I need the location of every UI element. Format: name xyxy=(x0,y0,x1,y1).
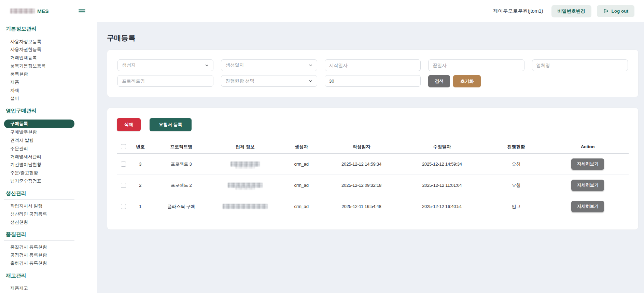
change-password-button[interactable]: 비밀번호변경 xyxy=(551,5,591,17)
row-checkbox[interactable] xyxy=(121,183,126,188)
col-creator: 생성자 xyxy=(278,144,324,150)
sidebar-item-shipping-inspection[interactable]: 출하검사 등록현황 xyxy=(4,260,74,268)
sidebar-item-quality-inspection[interactable]: 품질검사 등록현황 xyxy=(4,243,74,251)
table-row: 2 프로젝트 2 crm_ad 2025-12-12 09:32:18 2025… xyxy=(117,175,629,196)
main-content: 구매등록 생성자 생성일자 진행현황 선택 xyxy=(97,22,644,293)
start-date-input[interactable] xyxy=(325,59,421,71)
header-user-area: 제이투모로우원(jtom1) 비밀번호변경 Log out xyxy=(97,0,644,22)
sidebar-item-purchase-register[interactable]: 구매등록 xyxy=(4,120,74,128)
creator-select-value: 생성자 xyxy=(122,62,136,68)
logout-icon xyxy=(603,8,609,14)
page-title: 구매등록 xyxy=(107,33,639,43)
sidebar-item-production-status[interactable]: 생산현황 xyxy=(4,218,74,226)
cell-updated-date: 2025-12-12 11:01:04 xyxy=(398,183,486,188)
logo-text: MES xyxy=(37,8,49,14)
sidebar-item-item-status[interactable]: 품목현황 xyxy=(4,70,74,78)
cell-project-name: 플라스틱 구매 xyxy=(151,204,212,210)
reset-button[interactable]: 초기화 xyxy=(453,75,481,87)
sidebar-item-vendor-register[interactable]: 거래업체등록 xyxy=(4,54,74,62)
logged-in-user: 제이투모로우원(jtom1) xyxy=(493,8,543,14)
sidebar-item-order-management[interactable]: 주문관리 xyxy=(4,144,74,153)
sidebar-item-order-shipment-status[interactable]: 주문/출고현황 xyxy=(4,169,74,177)
sidebar-item-work-order-issue[interactable]: 작업지시서 발행 xyxy=(4,202,74,210)
cell-project-name: 프로젝트 3 xyxy=(151,161,212,167)
cell-created-date: 2025-12-12 09:32:18 xyxy=(324,183,398,188)
detail-view-button[interactable]: 자세히보기 xyxy=(571,158,604,170)
creator-select[interactable]: 생성자 xyxy=(117,59,213,71)
logo-blurred-image xyxy=(10,9,35,14)
purchase-table: 번호 프로젝트명 업체 정보 생성자 작성일자 수정일자 진행현황 Action… xyxy=(117,140,629,217)
row-checkbox[interactable] xyxy=(121,162,126,167)
sidebar-section-inventory: 재고관리 xyxy=(6,273,74,279)
cell-creator: crm_ad xyxy=(278,162,324,167)
col-company-info: 업체 정보 xyxy=(212,144,279,150)
cell-number: 3 xyxy=(130,162,151,167)
divider xyxy=(4,35,74,35)
cell-progress: 요청 xyxy=(486,182,547,189)
end-date-input[interactable] xyxy=(428,59,524,71)
cell-updated-date: 2025-12-12 14:59:34 xyxy=(398,162,486,167)
cell-company-info xyxy=(212,162,279,167)
sidebar-section-basic-info: 기본정보관리 xyxy=(6,26,74,32)
sidebar-nav: 기본정보관리 사용자정보등록 사용자권한등록 거래업체등록 품목기본정보등록 품… xyxy=(0,22,97,293)
row-limit-input[interactable] xyxy=(325,75,421,87)
sidebar-item-transaction-statement[interactable]: 거래명세서관리 xyxy=(4,153,74,161)
change-password-label: 비밀번호변경 xyxy=(558,8,585,14)
logout-label: Log out xyxy=(612,9,628,14)
cell-created-date: 2025-12-11 16:54:48 xyxy=(324,204,398,209)
menu-toggle-icon[interactable] xyxy=(79,9,85,14)
detail-view-button[interactable]: 자세히보기 xyxy=(571,201,604,212)
cell-updated-date: 2025-12-12 16:40:51 xyxy=(398,204,486,209)
sidebar-item-product[interactable]: 제품 xyxy=(4,78,74,86)
search-filter-panel: 생성자 생성일자 진행현황 선택 검색 초기화 xyxy=(107,50,639,97)
chevron-down-icon xyxy=(308,79,313,83)
cell-progress: 요청 xyxy=(486,161,547,167)
chevron-down-icon xyxy=(308,63,313,68)
sidebar-item-unpaid-by-period[interactable]: 기간별미납현황 xyxy=(4,161,74,169)
col-progress: 진행현황 xyxy=(486,144,547,150)
cell-progress: 입고 xyxy=(486,204,547,210)
col-updated-date: 수정일자 xyxy=(398,144,486,150)
select-all-checkbox[interactable] xyxy=(121,144,126,149)
blurred-company-subline xyxy=(235,186,255,190)
top-header: MES 제이투모로우원(jtom1) 비밀번호변경 Log out xyxy=(0,0,644,22)
sidebar-item-item-basic-info[interactable]: 품목기본정보등록 xyxy=(4,62,74,70)
detail-view-button[interactable]: 자세히보기 xyxy=(571,180,604,191)
request-register-button[interactable]: 요청서 등록 xyxy=(150,118,192,131)
search-button[interactable]: 검색 xyxy=(428,75,450,87)
sidebar-item-purchase-order-status[interactable]: 구매발주현황 xyxy=(4,128,74,137)
cell-created-date: 2025-12-12 14:59:34 xyxy=(324,162,398,167)
delete-button[interactable]: 삭제 xyxy=(117,118,141,131)
sidebar-item-equipment[interactable]: 설비 xyxy=(4,95,74,103)
col-created-date: 작성일자 xyxy=(324,144,398,150)
sidebar-item-user-auth[interactable]: 사용자권한등록 xyxy=(4,46,74,54)
project-name-input[interactable] xyxy=(117,75,213,87)
logout-button[interactable]: Log out xyxy=(597,5,634,17)
sidebar-item-delivery-checklist[interactable]: 납기준수점검표 xyxy=(4,177,74,185)
sidebar-item-user-info[interactable]: 사용자정보등록 xyxy=(4,38,74,46)
table-header-row: 번호 프로젝트명 업체 정보 생성자 작성일자 수정일자 진행현황 Action xyxy=(117,140,629,154)
divider xyxy=(4,240,74,241)
cell-number: 1 xyxy=(130,204,151,209)
cell-creator: crm_ad xyxy=(278,183,324,188)
col-number: 번호 xyxy=(130,144,151,150)
chevron-down-icon xyxy=(205,63,209,68)
sidebar-item-material[interactable]: 자재 xyxy=(4,86,74,95)
progress-status-select[interactable]: 진행현황 선택 xyxy=(221,75,317,87)
sidebar-item-line-process-register[interactable]: 생산라인 공정등록 xyxy=(4,210,74,218)
sidebar-section-production: 생산관리 xyxy=(6,190,74,197)
company-name-input[interactable] xyxy=(532,59,628,71)
purchase-list-panel: 삭제 요청서 등록 번호 프로젝트명 업체 정보 생성자 작성일자 수정일자 진… xyxy=(107,108,639,230)
table-row: 3 프로젝트 3 crm_ad 2025-12-12 14:59:34 2025… xyxy=(117,154,629,175)
sidebar-item-quote-issue[interactable]: 견적서 발행 xyxy=(4,136,74,144)
created-date-select-value: 생성일자 xyxy=(225,62,244,68)
created-date-select[interactable]: 생성일자 xyxy=(221,59,317,71)
col-project-name: 프로젝트명 xyxy=(151,144,212,150)
divider xyxy=(4,282,74,282)
header-brand-area: MES xyxy=(0,0,97,22)
row-checkbox[interactable] xyxy=(121,204,126,209)
app-logo: MES xyxy=(10,8,49,14)
sidebar-item-process-inspection[interactable]: 공정검사 등록현황 xyxy=(4,251,74,260)
sidebar-item-product-stock[interactable]: 제품재고 xyxy=(4,284,74,293)
cell-creator: crm_ad xyxy=(278,204,324,209)
